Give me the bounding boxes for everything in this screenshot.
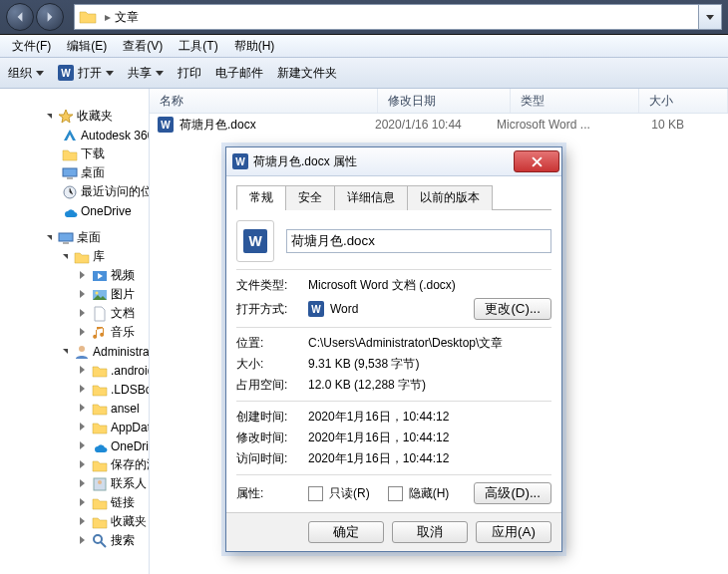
menu-file[interactable]: 文件(F) — [6, 36, 57, 57]
breadcrumb[interactable]: ▸ 文章 — [74, 4, 699, 30]
label-filetype: 文件类型: — [236, 277, 308, 294]
col-size[interactable]: 大小 — [639, 89, 728, 113]
word-icon: W — [232, 153, 248, 169]
caret-icon — [80, 441, 89, 450]
chevron-down-icon — [36, 71, 44, 76]
breadcrumb-dropdown[interactable] — [699, 4, 722, 30]
file-name: 荷塘月色.docx — [180, 117, 375, 134]
dialog-titlebar[interactable]: W 荷塘月色.docx 属性 — [226, 147, 561, 176]
tab-previous[interactable]: 以前的版本 — [407, 185, 493, 210]
autodesk-icon — [62, 128, 78, 144]
advanced-button[interactable]: 高级(D)... — [474, 482, 551, 504]
tree-videos[interactable]: 视频 — [40, 266, 149, 285]
toolbar-organize[interactable]: 组织 — [8, 65, 44, 82]
dialog-title: 荷塘月色.docx 属性 — [253, 153, 514, 170]
caret-icon — [80, 404, 89, 413]
tree-recent[interactable]: 最近访问的位置 — [40, 182, 149, 201]
caret-icon — [80, 271, 89, 280]
menu-help[interactable]: 帮助(H) — [228, 36, 281, 57]
tree-onedrive[interactable]: OneDrive — [40, 201, 149, 220]
tab-details[interactable]: 详细信息 — [334, 185, 408, 210]
filename-input[interactable] — [286, 229, 551, 253]
svg-rect-3 — [59, 233, 73, 241]
forward-button[interactable] — [36, 3, 64, 31]
caret-icon — [80, 309, 89, 318]
documents-icon — [92, 306, 108, 322]
change-button[interactable]: 更改(C)... — [474, 298, 551, 320]
cancel-button[interactable]: 取消 — [392, 521, 468, 543]
video-icon — [92, 268, 108, 284]
arrow-right-icon — [44, 11, 56, 23]
toolbar-email[interactable]: 电子邮件 — [215, 65, 263, 82]
nav-sidebar: 收藏夹 Autodesk 360 下载 桌面 最近访问的位置 OneDrive … — [0, 89, 150, 574]
file-row[interactable]: W 荷塘月色.docx 2020/1/16 10:44 Microsoft Wo… — [150, 114, 728, 136]
menu-bar: 文件(F) 编辑(E) 查看(V) 工具(T) 帮助(H) — [0, 35, 728, 58]
caret-icon — [80, 498, 89, 507]
folder-icon — [92, 457, 108, 473]
toolbar-open[interactable]: W打开 — [58, 65, 114, 82]
onedrive-icon — [62, 203, 78, 219]
tree-administrator[interactable]: Administrator — [40, 342, 149, 361]
caret-icon — [80, 479, 89, 488]
col-type[interactable]: 类型 — [511, 89, 639, 113]
word-icon: W — [308, 301, 324, 317]
file-size: 10 KB — [614, 118, 684, 132]
caret-icon — [80, 460, 89, 469]
tree-libraries[interactable]: 库 — [40, 247, 149, 266]
star-icon — [58, 109, 74, 125]
toolbar-share[interactable]: 共享 — [128, 65, 164, 82]
dialog-tabs: 常规 安全 详细信息 以前的版本 — [236, 184, 551, 210]
tree-pictures[interactable]: 图片 — [40, 285, 149, 304]
onedrive-icon — [92, 438, 108, 454]
properties-dialog: W 荷塘月色.docx 属性 常规 安全 详细信息 以前的版本 W 文件类型:M… — [225, 146, 562, 552]
toolbar-newfolder[interactable]: 新建文件夹 — [277, 65, 337, 82]
close-button[interactable] — [514, 150, 559, 172]
tree-ansel[interactable]: ansel — [40, 399, 149, 418]
tree-autodesk[interactable]: Autodesk 360 — [40, 126, 149, 144]
tree-favorites2[interactable]: 收藏夹 — [40, 512, 149, 531]
tree-appdata[interactable]: AppData — [40, 418, 149, 436]
col-name[interactable]: 名称 — [150, 89, 378, 113]
tree-android[interactable]: .android — [40, 361, 149, 380]
tree-downloads[interactable]: 下载 — [40, 144, 149, 163]
label-attributes: 属性: — [236, 485, 308, 502]
filename-row: W — [236, 220, 551, 262]
tree-desktop[interactable]: 桌面 — [40, 163, 149, 182]
tree-ldsbox[interactable]: .LDSBoxHyperv — [40, 380, 149, 399]
folder-icon — [62, 146, 78, 162]
value-sizeondisk: 12.0 KB (12,288 字节) — [308, 377, 551, 394]
tree-searches[interactable]: 搜索 — [40, 531, 149, 550]
ok-button[interactable]: 确定 — [308, 521, 384, 543]
apply-button[interactable]: 应用(A) — [476, 521, 551, 543]
caret-icon — [80, 536, 89, 545]
readonly-checkbox[interactable] — [308, 486, 323, 501]
tree-links[interactable]: 链接 — [40, 493, 149, 512]
tab-general[interactable]: 常规 — [236, 185, 286, 210]
value-modified: 2020年1月16日，10:44:12 — [308, 430, 551, 446]
chevron-right-icon: ▸ — [105, 10, 111, 24]
tree-music[interactable]: 音乐 — [40, 323, 149, 342]
tree-savedgames[interactable]: 保存的游戏 — [40, 455, 149, 474]
tab-security[interactable]: 安全 — [285, 185, 335, 210]
caret-icon — [80, 517, 89, 526]
desktop-icon — [58, 230, 74, 246]
tree-desktop-root[interactable]: 桌面 — [40, 228, 149, 247]
label-location: 位置: — [236, 335, 308, 352]
menu-edit[interactable]: 编辑(E) — [61, 36, 113, 57]
svg-rect-0 — [63, 168, 77, 176]
label-size: 大小: — [236, 356, 308, 373]
menu-tools[interactable]: 工具(T) — [173, 36, 223, 57]
menu-view[interactable]: 查看(V) — [117, 36, 169, 57]
tree-favorites[interactable]: 收藏夹 — [40, 107, 149, 126]
tree-documents[interactable]: 文档 — [40, 304, 149, 323]
tree-onedrive2[interactable]: OneDrive — [40, 436, 149, 455]
folder-icon — [92, 495, 108, 511]
tree-contacts[interactable]: 联系人 — [40, 474, 149, 493]
back-button[interactable] — [6, 3, 34, 31]
hidden-checkbox[interactable] — [388, 486, 403, 501]
value-created: 2020年1月16日，10:44:12 — [308, 409, 551, 426]
user-icon — [74, 344, 90, 360]
col-date[interactable]: 修改日期 — [378, 89, 511, 113]
toolbar-print[interactable]: 打印 — [178, 65, 201, 82]
folder-icon — [92, 401, 108, 417]
